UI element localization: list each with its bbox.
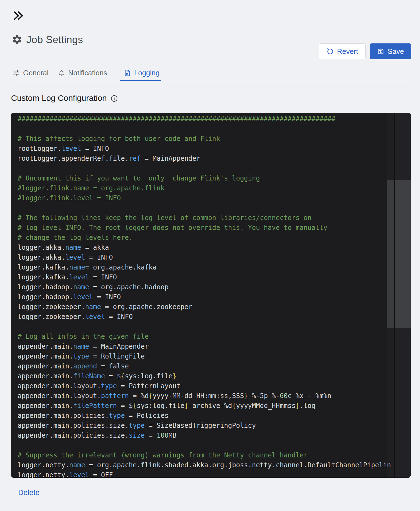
code-line: # The following lines keep the log level… (18, 213, 391, 223)
code-line: appender.main.policies.type = Policies (18, 411, 391, 421)
code-lines: ########################################… (18, 114, 391, 478)
code-line: appender.main.fileName = ${sys:log.file} (18, 371, 391, 381)
tune-sliders-icon (13, 69, 20, 77)
undo-icon (326, 48, 334, 55)
section-heading-row: Custom Log Configuration (11, 93, 118, 103)
tab-notifications[interactable]: Notifications (58, 68, 107, 77)
code-line: rootLogger.level = INFO (18, 144, 391, 154)
svg-text:#: # (126, 72, 128, 76)
code-line: appender.main.policies.size.size = 100MB (18, 431, 391, 440)
code-line: # Suppress the irrelevant (wrong) warnin… (18, 450, 391, 460)
code-line: #logger.flink.name = org.apache.flink (18, 183, 391, 193)
code-line: logger.hadoop.level = INFO (18, 292, 391, 302)
gear-icon (12, 34, 23, 45)
code-line: logger.kafka.name= org.apache.kafka (18, 262, 391, 272)
job-settings-page: Job Settings Revert Save General Notific… (0, 0, 420, 511)
code-line (18, 203, 391, 213)
floppy-disk-icon (377, 48, 384, 55)
code-line (18, 163, 391, 173)
tabs-divider (11, 81, 411, 81)
tab-logging-label: Logging (134, 69, 160, 77)
save-label: Save (388, 47, 404, 56)
code-line: rootLogger.appenderRef.file.ref = MainAp… (18, 154, 391, 163)
code-line (18, 124, 391, 134)
info-icon[interactable] (110, 95, 118, 102)
delete-link[interactable]: Delete (18, 488, 40, 497)
code-line: appender.main.layout.type = PatternLayou… (18, 381, 391, 391)
code-line: appender.main.policies.size.type = SizeB… (18, 421, 391, 431)
code-line: # Log all infos in the given file (18, 332, 391, 341)
code-line: # log level INFO. The root logger does n… (18, 223, 391, 233)
code-line: appender.main.type = RollingFile (18, 351, 391, 361)
double-chevron-right-icon[interactable] (12, 9, 24, 22)
code-line: logger.hadoop.name = org.apache.hadoop (18, 282, 391, 292)
code-line: appender.main.filePattern = ${sys:log.fi… (18, 401, 391, 411)
scrollbar-thumb[interactable] (387, 180, 394, 328)
editor-outer-scrollbar[interactable] (394, 113, 411, 478)
code-line: appender.main.append = false (18, 361, 391, 371)
code-line (18, 322, 391, 332)
bell-icon (58, 69, 65, 77)
scrollbar-thumb[interactable] (395, 180, 411, 328)
code-line: #logger.flink.level = INFO (18, 193, 391, 203)
tab-general[interactable]: General (13, 68, 49, 77)
code-line: logger.kafka.level = INFO (18, 272, 391, 282)
tab-notifications-label: Notifications (68, 69, 107, 77)
code-line: # change the log levels here. (18, 233, 391, 243)
code-line: logger.akka.name = akka (18, 243, 391, 252)
code-line (18, 440, 391, 450)
code-line: # Uncomment this if you want to _only_ c… (18, 173, 391, 183)
log-config-editor[interactable]: ########################################… (11, 113, 411, 478)
code-line: # This affects logging for both user cod… (18, 134, 391, 144)
section-heading: Custom Log Configuration (11, 93, 107, 103)
revert-label: Revert (337, 47, 358, 56)
tab-logging[interactable]: # Logging (124, 68, 160, 77)
code-line: logger.netty.name = org.apache.flink.sha… (18, 460, 391, 470)
save-button[interactable]: Save (370, 43, 411, 59)
code-line: appender.main.name = MainAppender (18, 341, 391, 351)
page-title: Job Settings (26, 34, 83, 46)
code-line: logger.akka.level = INFO (18, 252, 391, 262)
revert-button[interactable]: Revert (319, 43, 366, 59)
file-hash-icon: # (124, 69, 131, 77)
code-line: logger.zookeeper.level = INFO (18, 312, 391, 322)
code-line: logger.zookeeper.name = org.apache.zooke… (18, 302, 391, 312)
code-line: appender.main.layout.pattern = %d{yyyy-M… (18, 391, 391, 401)
code-line: logger.netty.level = OFF (18, 470, 391, 478)
code-line: ########################################… (18, 114, 391, 124)
tab-general-label: General (23, 69, 49, 77)
editor-inner-scrollbar[interactable] (387, 113, 394, 478)
